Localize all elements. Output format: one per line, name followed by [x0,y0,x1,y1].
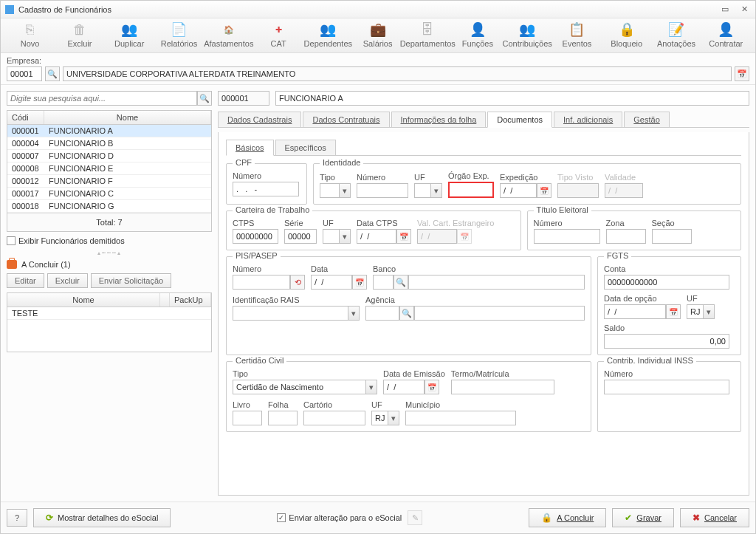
agencia-search-icon[interactable]: 🔍 [399,306,414,321]
hire-icon: 👤 [718,21,734,38]
editar-button[interactable]: Editar [7,273,44,288]
bloqueio-button[interactable]: 🔒Bloqueio [602,21,651,48]
rais-combo[interactable]: ▾ [233,306,360,321]
titulo-secao-input[interactable] [652,229,692,244]
cancelar-button[interactable]: ✖ Cancelar [680,508,749,527]
funcoes-button[interactable]: 👤Funções [453,21,502,48]
tab-inf-adicionais[interactable]: Inf. adicionais [554,112,622,127]
expedicao-input[interactable] [500,183,537,198]
fgts-uf-combo[interactable]: ▾ [687,304,715,319]
certidao-calendar-icon[interactable]: 📅 [425,380,439,394]
table-row[interactable]: 000012FUNCIONARIO F [7,175,211,188]
close-button[interactable]: ✕ [738,4,751,15]
empresa-code-input[interactable] [7,66,42,81]
certidao-folha-input[interactable] [268,411,298,425]
dependentes-button[interactable]: 👥Dependentes [303,21,353,48]
table-row[interactable]: 000004FUNCIONARIO B [7,137,211,150]
empresa-calendar-button[interactable]: 📅 [735,66,749,81]
gravar-button[interactable]: ✔ Gravar [612,508,674,527]
serie-input[interactable] [284,229,317,244]
table-row[interactable]: 000008FUNCIONARIO E [7,162,211,175]
inss-numero-input[interactable] [604,380,729,394]
data-ctps-input[interactable] [357,229,396,244]
certidao-termo-input[interactable] [451,380,554,394]
minimize-button[interactable]: ▭ [718,4,732,15]
table-row[interactable]: TESTE [7,307,211,320]
relatorios-button[interactable]: 📄Relatórios [154,21,204,48]
esocial-extra-button: ✎ [408,510,422,525]
pis-banco-search-icon[interactable]: 🔍 [394,275,408,290]
identidade-numero-input[interactable] [357,183,408,198]
pis-refresh-button[interactable]: ⟲ [290,275,305,290]
ctps-input[interactable] [233,229,278,244]
table-row[interactable]: 000017FUNCIONARIO C [7,188,211,200]
pis-calendar-icon[interactable]: 📅 [352,275,367,290]
certidao-tipo-combo[interactable]: ▾ [233,380,377,394]
subtab-especificos[interactable]: Específicos [275,140,336,155]
certidao-cartorio-input[interactable] [303,411,365,425]
table-row[interactable]: 000018FUNCIONARIO G [7,200,211,213]
exibir-demitidos-checkbox[interactable]: Exibir Funcionários demitidos [7,236,212,245]
enviar-esocial-checkbox[interactable]: ✓ Enviar alteração para o eSocial [277,513,402,522]
expedicao-calendar-icon[interactable]: 📅 [537,183,551,198]
ctps-uf-combo[interactable]: ▾ [323,229,351,244]
afastamentos-button[interactable]: 🏠Afastamentos [204,21,253,48]
agencia-code-input[interactable] [365,306,399,321]
th-code[interactable]: Códi [7,111,44,124]
tab-dados-contratuais[interactable]: Dados Contratuais [303,112,389,127]
tab-info-folha[interactable]: Informações da folha [391,112,487,127]
fgts-saldo-input[interactable] [604,334,729,349]
search-input[interactable] [7,91,197,106]
certidao-municipio-input[interactable] [405,411,516,425]
certidao-data-input[interactable] [383,380,425,394]
anotacoes-button[interactable]: 📝Anotações [651,21,701,48]
table-row[interactable]: 000007FUNCIONARIO D [7,150,211,162]
tab-dados-cadastrais[interactable]: Dados Cadastrais [218,112,301,127]
th-name[interactable]: Nome [44,111,211,124]
agencia-name-input[interactable] [414,306,585,321]
ctps-calendar-icon[interactable]: 📅 [396,229,411,244]
eventos-button[interactable]: 📋Eventos [552,21,602,48]
excluir-left-button[interactable]: Excluir [47,273,88,288]
empresa-name-input [63,66,732,81]
pis-data-input[interactable] [311,275,352,290]
fgts-data-opcao-input[interactable] [604,304,666,319]
tab-gestao[interactable]: Gestão [624,112,669,127]
identidade-tipo-combo[interactable]: ▾ [320,183,351,198]
identidade-group: Identidade Tipo ▾ Número UF ▾ Órgão Exp.… [313,163,741,205]
detalhes-esocial-button[interactable]: ⟳ Mostrar detalhes do eSocial [33,508,171,527]
certidao-uf-combo[interactable]: ▾ [371,411,399,425]
excluir-button[interactable]: 🗑Excluir [55,21,104,48]
novo-button[interactable]: ⎘Novo [5,21,55,48]
tab-documentos[interactable]: Documentos [487,112,552,128]
fgts-calendar-icon[interactable]: 📅 [666,304,681,319]
pis-banco-name-input[interactable] [408,275,585,290]
titulo-numero-input[interactable] [534,229,600,244]
titulo-zona-input[interactable] [606,229,646,244]
orgao-exp-input[interactable] [450,183,492,196]
search-button[interactable]: 🔍 [197,91,212,106]
subtab-basicos[interactable]: Básicos [226,140,274,156]
salarios-button[interactable]: 💼Salários [353,21,402,48]
func-name-input[interactable] [275,91,749,106]
th-lower-nome[interactable]: Nome [7,293,160,307]
certidao-livro-input[interactable] [233,411,262,425]
pis-banco-code-input[interactable] [373,275,394,290]
th-lower-pack[interactable]: PackUp [170,293,211,307]
identidade-uf-combo[interactable]: ▾ [414,183,442,198]
duplicar-button[interactable]: 👥Duplicar [105,21,154,48]
fgts-conta-input[interactable] [604,275,729,290]
contratar-button[interactable]: 👤Contratar [701,21,751,48]
table-row[interactable]: 000001FUNCIONARIO A [7,125,211,137]
cat-button[interactable]: ✚CAT [253,21,303,48]
cpf-numero-input[interactable] [233,182,299,196]
main-toolbar: ⎘Novo 🗑Excluir 👥Duplicar 📄Relatórios 🏠Af… [1,18,755,53]
empresa-search-button[interactable]: 🔍 [45,66,60,81]
splitter-grip[interactable]: ▴┅┅┅▴ [7,250,212,256]
enviar-solicitacao-button[interactable]: Enviar Solicitação [91,273,171,288]
help-button[interactable]: ? [7,509,27,527]
pending-row[interactable]: A Concluir (1) [7,260,212,269]
departamentos-button[interactable]: 🗄Departamentos [402,21,453,48]
pis-numero-input[interactable] [233,275,290,290]
contribuicoes-button[interactable]: 👥Contribuições [503,21,552,48]
